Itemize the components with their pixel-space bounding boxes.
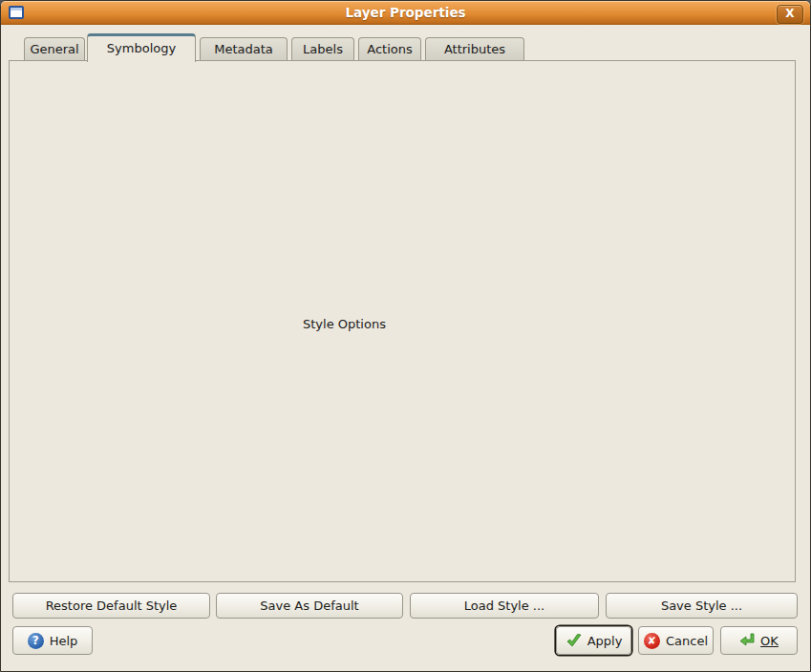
close-button[interactable]: X — [777, 5, 803, 24]
check-icon — [566, 633, 583, 648]
cancel-button[interactable]: ✘ Cancel — [638, 626, 714, 655]
save-as-default-button[interactable]: Save As Default — [216, 593, 403, 619]
symbology-panel — [9, 60, 796, 582]
tab-labels[interactable]: Labels — [291, 37, 354, 60]
ok-button[interactable]: OK — [720, 626, 798, 655]
load-style-button[interactable]: Load Style ... — [410, 593, 599, 619]
apply-button[interactable]: Apply — [556, 626, 631, 655]
close-icon: X — [785, 7, 794, 20]
layer-properties-dialog: Layer Properties X General Symbology Met… — [0, 0, 811, 672]
save-style-button[interactable]: Save Style ... — [606, 593, 798, 619]
window-title: Layer Properties — [1, 1, 810, 25]
tab-attributes[interactable]: Attributes — [425, 37, 524, 60]
restore-default-style-button[interactable]: Restore Default Style — [12, 593, 210, 619]
tab-general[interactable]: General — [24, 37, 85, 60]
cancel-icon: ✘ — [644, 633, 660, 649]
tab-actions[interactable]: Actions — [358, 37, 421, 60]
tab-symbology[interactable]: Symbology — [87, 33, 196, 62]
tab-metadata[interactable]: Metadata — [200, 37, 288, 60]
enter-arrow-icon — [739, 633, 756, 648]
help-button[interactable]: ? Help — [12, 626, 93, 655]
titlebar[interactable]: Layer Properties X — [1, 1, 810, 25]
style-options-title: Style Options — [298, 317, 391, 331]
help-icon: ? — [28, 633, 44, 649]
